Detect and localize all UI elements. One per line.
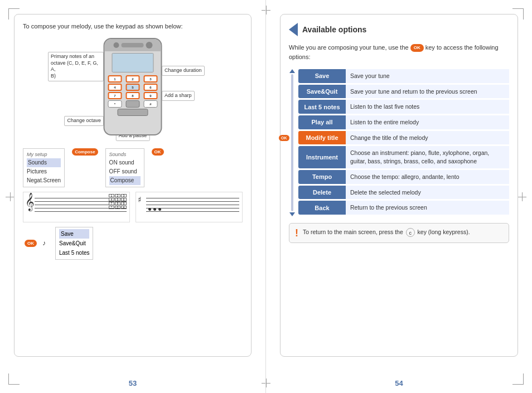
- option-desc-3: Listen to the entire melody: [346, 115, 509, 129]
- option-row-1: Save&QuitSave your tune and return to th…: [298, 85, 509, 99]
- left-page-number: 53: [129, 379, 137, 387]
- triangle-icon: [289, 23, 298, 36]
- key-bottom-nav: [118, 109, 148, 116]
- ok-btn-1[interactable]: Compose: [72, 148, 98, 156]
- key-nav: [126, 100, 140, 108]
- key-5: 5: [126, 84, 140, 91]
- option-key-5[interactable]: Instrument: [298, 146, 346, 168]
- option-key-1[interactable]: Save&Quit: [298, 85, 346, 99]
- option-row-8: BackReturn to the previous screen: [298, 201, 509, 215]
- staff-area: 𝄞 1 2 3: [23, 192, 243, 222]
- option-desc-4: Change the title of the melody: [346, 131, 509, 145]
- phone-display: [112, 53, 154, 72]
- menu-1-header: My setup: [27, 151, 61, 158]
- option-key-8[interactable]: Back: [298, 201, 346, 215]
- phone-diagram: 1 2 3 4 5 6 7 8: [104, 38, 162, 135]
- scroll-track[interactable]: [291, 74, 293, 211]
- keypad-row-2: 4 5 6: [108, 84, 158, 91]
- menus-row: My setup Sounds Pictures Negat.Screen Co…: [23, 148, 243, 187]
- scroll-bar[interactable]: [289, 69, 296, 216]
- save-item-1: Save: [59, 229, 89, 239]
- menu-2-item-3: Compose: [109, 176, 141, 185]
- page-container: To compose your melody, use the keypad a…: [0, 0, 532, 393]
- option-desc-8: Return to the previous screen: [346, 201, 509, 215]
- option-row-2: Last 5 notesListen to the last five note…: [298, 100, 509, 114]
- phone-top-bar: [105, 39, 161, 51]
- option-key-6[interactable]: Tempo: [298, 170, 346, 184]
- music-icon: ♪: [41, 237, 52, 248]
- keypad-row-1: 1 2 3: [108, 75, 158, 83]
- keypad-row-4: * #: [108, 100, 158, 108]
- options-list: SaveSave your tuneSave&QuitSave your tun…: [298, 69, 509, 216]
- staff-2: ♯: [136, 192, 243, 222]
- note-end-key: c: [406, 228, 415, 237]
- menu-2-header: Sounds: [109, 151, 141, 158]
- menu-2-item-1: ON sound: [109, 158, 141, 167]
- key-7: 7: [108, 92, 122, 99]
- menu-1-item-2: Pictures: [27, 167, 61, 176]
- save-menu: Save Save&Quit Last 5 notes: [55, 227, 93, 260]
- save-item-2: Save&Quit: [59, 239, 89, 248]
- save-menu-area: OK ♪ Save Save&Quit Last 5 notes: [23, 227, 243, 260]
- callout-change-duration: Change duration: [162, 66, 205, 76]
- phone-top-circle: [113, 42, 119, 48]
- option-desc-0: Save your tune: [346, 69, 509, 83]
- option-desc-5: Choose an instrument: piano, flute, xylo…: [346, 146, 509, 168]
- menu-1-box: My setup Sounds Pictures Negat.Screen: [23, 148, 65, 187]
- option-row-6: TempoChoose the tempo: allegro, andante,…: [298, 170, 509, 184]
- right-page-inner: Available options While you are composin…: [280, 14, 518, 357]
- sharp-symbol: ♯: [138, 195, 142, 204]
- options-title: Available options: [302, 25, 366, 34]
- note-text: To return to the main screen, press the …: [303, 228, 470, 237]
- callout-add-sharp: Add a sharp: [162, 91, 195, 101]
- phone-top-icon: [146, 42, 152, 48]
- key-star: *: [108, 100, 122, 108]
- keypad-row-5: [108, 109, 158, 116]
- menu-2-box: Sounds ON sound OFF sound Compose: [105, 148, 144, 187]
- options-header: Available options: [289, 23, 509, 36]
- staff-keypad-icon: 1 2 3 4 5 6 7 8 9: [109, 194, 127, 209]
- options-container: OK SaveSave your tuneSave&QuitSave your …: [289, 69, 509, 216]
- right-page-number: 54: [395, 379, 403, 387]
- ok-circle-indicator: OK: [279, 133, 289, 141]
- option-row-3: Play allListen to the entire melody: [298, 115, 509, 129]
- treble-clef-1: 𝄞: [25, 194, 35, 210]
- menu-1: My setup Sounds Pictures Negat.Screen: [23, 148, 65, 187]
- option-key-3[interactable]: Play all: [298, 115, 346, 129]
- option-key-0[interactable]: Save: [298, 69, 346, 83]
- key-8: 8: [126, 92, 140, 99]
- key-hash: #: [144, 100, 158, 108]
- note-box: ! To return to the main screen, press th…: [289, 223, 509, 243]
- phone-graphic: 1 2 3 4 5 6 7 8: [104, 38, 162, 135]
- ok-button-1: Compose: [70, 148, 99, 160]
- option-key-4[interactable]: Modify title: [298, 131, 346, 145]
- ok-btn-save[interactable]: OK: [25, 240, 37, 247]
- option-desc-2: Listen to the last five notes: [346, 100, 509, 114]
- scroll-down[interactable]: [289, 212, 295, 216]
- callout-change-octave: Change octave: [64, 116, 104, 126]
- page-instruction: To compose your melody, use the keypad a…: [23, 23, 243, 30]
- right-page: Available options While you are composin…: [266, 0, 532, 393]
- option-key-7[interactable]: Delete: [298, 186, 346, 200]
- keypad-row-3: 7 8 9: [108, 92, 158, 99]
- option-desc-6: Choose the tempo: allegro, andante, lent…: [346, 170, 509, 184]
- option-row-5: InstrumentChoose an instrument: piano, f…: [298, 146, 509, 168]
- option-row-0: SaveSave your tune: [298, 69, 509, 83]
- callout-primary-notes: Primary notes of an octave (C, D, E, F, …: [48, 52, 104, 81]
- svg-text:♪: ♪: [42, 239, 46, 247]
- staff-lines-2: [146, 198, 239, 215]
- save-icon-area: ♪: [41, 237, 52, 250]
- menu-2: Sounds ON sound OFF sound Compose: [105, 148, 144, 187]
- options-intro: While you are composing your tune, use t…: [289, 43, 509, 61]
- scroll-up[interactable]: [289, 69, 295, 73]
- note-exclamation: !: [295, 228, 298, 238]
- key-4: 4: [108, 84, 122, 91]
- staff-1: 𝄞 1 2 3: [23, 192, 130, 222]
- ok-btn-2[interactable]: OK: [152, 148, 164, 156]
- menu-1-item-3: Negat.Screen: [27, 176, 61, 185]
- option-desc-7: Delete the selected melody: [346, 186, 509, 200]
- option-row-4: Modify titleChange the title of the melo…: [298, 131, 509, 145]
- left-page-inner: To compose your melody, use the keypad a…: [14, 14, 252, 357]
- key-1: 1: [108, 75, 122, 83]
- option-key-2[interactable]: Last 5 notes: [298, 100, 346, 114]
